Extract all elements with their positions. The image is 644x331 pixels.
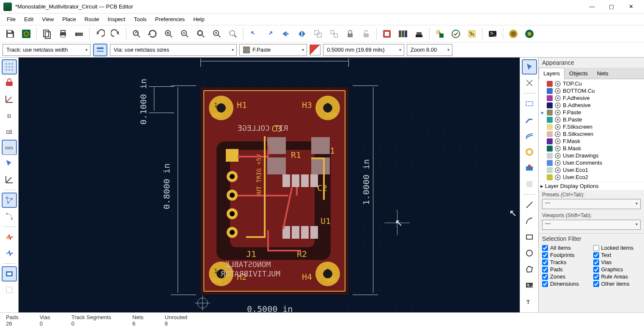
layer-color-swatch[interactable]: [547, 102, 553, 108]
layer-visibility-toggle[interactable]: [555, 88, 561, 94]
route-diff-pair-tool[interactable]: [522, 128, 537, 143]
place-via-tool[interactable]: [522, 144, 537, 160]
layer-row-f-mask[interactable]: F.Mask: [540, 138, 642, 145]
place-text-tool[interactable]: T: [522, 294, 537, 309]
layer-row-user-drawings[interactable]: User.Drawings: [540, 152, 642, 159]
menu-view[interactable]: View: [38, 14, 58, 24]
layer-row-bottom-cu[interactable]: BOTTOM.Cu: [540, 87, 642, 94]
footprint-browser-button[interactable]: [395, 27, 411, 41]
layer-color-swatch[interactable]: [547, 138, 553, 144]
layer-color-swatch[interactable]: [547, 124, 553, 130]
board-setup-button[interactable]: [19, 27, 34, 41]
filter-pads[interactable]: Pads: [542, 266, 590, 273]
group-button[interactable]: [310, 27, 326, 41]
plugin-1-button[interactable]: [506, 27, 521, 41]
find-button[interactable]: A: [129, 27, 144, 41]
filter-text[interactable]: Text: [593, 252, 641, 258]
refresh-button[interactable]: [145, 27, 160, 41]
zone-display-toggle[interactable]: [2, 245, 17, 261]
menu-edit[interactable]: Edit: [20, 14, 38, 24]
layer-row-b-paste[interactable]: B.Paste: [540, 116, 642, 123]
layer-manager-toggle[interactable]: [2, 266, 17, 281]
filter-footprints[interactable]: Footprints: [542, 252, 590, 258]
zoom-in-button[interactable]: [161, 27, 176, 41]
update-from-schematic-button[interactable]: [432, 27, 447, 41]
layer-visibility-toggle[interactable]: [555, 124, 561, 130]
redo-button[interactable]: [108, 27, 123, 41]
layer-color-swatch[interactable]: [547, 95, 553, 101]
page-settings-button[interactable]: [39, 27, 55, 41]
layer-visibility-toggle[interactable]: [555, 138, 561, 144]
undo-button[interactable]: [92, 27, 107, 41]
polar-coords-toggle[interactable]: [2, 91, 17, 107]
place-footprint-tool[interactable]: [522, 96, 537, 111]
zone-fill-display-toggle[interactable]: [2, 282, 17, 298]
zoom-selection-button[interactable]: [225, 27, 241, 41]
pcb-board[interactable]: H1 1 GND H3 1 GND H2 1 GND H4 1 GND RIT …: [200, 87, 348, 295]
units-inches[interactable]: in: [2, 108, 17, 123]
layer-pair-icon[interactable]: [310, 44, 321, 55]
place-image-tool[interactable]: [522, 278, 537, 293]
draw-rect-tool[interactable]: [522, 229, 537, 245]
layer-visibility-toggle[interactable]: [555, 102, 561, 108]
rotate-cw-button[interactable]: [262, 27, 277, 41]
layer-color-swatch[interactable]: [547, 88, 553, 94]
plugin-2-button[interactable]: [522, 27, 537, 41]
layers-list[interactable]: TOP.CuBOTTOM.CuF.AdhesiveB.Adhesive▸F.Pa…: [539, 79, 644, 182]
menu-tools[interactable]: Tools: [129, 14, 151, 24]
print-button[interactable]: [55, 27, 71, 41]
layer-color-swatch[interactable]: [547, 167, 553, 173]
layer-visibility-toggle[interactable]: [555, 160, 561, 166]
filter-other-items[interactable]: Other items: [593, 281, 641, 287]
draw-polygon-tool[interactable]: [522, 262, 537, 277]
zoom-window-button[interactable]: [209, 27, 225, 41]
layer-color-swatch[interactable]: [547, 131, 553, 137]
grid-override-toggle[interactable]: [2, 75, 17, 91]
highlight-net-tool[interactable]: [522, 75, 537, 91]
cursor-shape-toggle[interactable]: [2, 156, 17, 171]
layer-color-swatch[interactable]: [547, 110, 553, 116]
track-width-dropdown[interactable]: Track: use netclass width: [3, 44, 90, 56]
layer-row-f-paste[interactable]: ▸F.Paste: [540, 109, 642, 116]
place-zone-tool[interactable]: [522, 160, 537, 176]
drc-button[interactable]: [448, 27, 463, 41]
menu-place[interactable]: Place: [58, 14, 80, 24]
viewports-dropdown[interactable]: ---: [542, 220, 641, 230]
draw-arc-tool[interactable]: [522, 213, 537, 229]
filter-vias[interactable]: Vias: [593, 259, 641, 265]
pcb-canvas[interactable]: 0.1000 in 0.8000 in 1.0000 in 0.5000 in …: [19, 58, 520, 312]
filter-dimensions[interactable]: Dimensions: [542, 281, 590, 287]
place-rule-area-tool[interactable]: [522, 177, 537, 192]
footprint-editor-button[interactable]: [379, 27, 395, 41]
layer-display-options[interactable]: ▸ Layer Display Options: [539, 182, 644, 190]
units-mm[interactable]: mm: [2, 140, 17, 155]
ungroup-button[interactable]: [326, 27, 342, 41]
always-show-cursor-toggle[interactable]: [2, 172, 17, 187]
via-size-dropdown[interactable]: Via: use netclass sizes: [110, 44, 237, 56]
layer-row-b-adhesive[interactable]: B.Adhesive: [540, 102, 642, 109]
auto-track-width-toggle[interactable]: [93, 44, 107, 56]
layer-color-swatch[interactable]: [547, 174, 553, 180]
filter-locked-items[interactable]: Locked items: [593, 245, 641, 251]
layer-row-top-cu[interactable]: TOP.Cu: [540, 80, 642, 87]
zoom-dropdown[interactable]: Zoom 8.00: [407, 44, 452, 56]
filter-rule-areas[interactable]: Rule Areas: [593, 273, 641, 280]
zoom-out-button[interactable]: [177, 27, 192, 41]
draw-line-tool[interactable]: [522, 197, 537, 212]
tab-objects[interactable]: Objects: [565, 68, 592, 79]
layer-row-f-adhesive[interactable]: F.Adhesive: [540, 94, 642, 102]
minimize-button[interactable]: —: [582, 0, 602, 14]
layer-visibility-toggle[interactable]: [555, 81, 561, 87]
menu-help[interactable]: Help: [189, 14, 209, 24]
menu-file[interactable]: File: [3, 14, 20, 24]
menu-preferences[interactable]: Preferences: [151, 14, 189, 24]
layer-color-swatch[interactable]: [547, 153, 553, 159]
layer-visibility-toggle[interactable]: [555, 153, 561, 159]
layer-color-swatch[interactable]: [547, 160, 553, 166]
layer-visibility-toggle[interactable]: [555, 131, 561, 137]
layer-visibility-toggle[interactable]: [555, 146, 561, 152]
layer-visibility-toggle[interactable]: [555, 110, 561, 116]
lock-button[interactable]: [343, 27, 358, 41]
draw-circle-tool[interactable]: [522, 245, 537, 261]
plot-button[interactable]: [71, 27, 87, 41]
